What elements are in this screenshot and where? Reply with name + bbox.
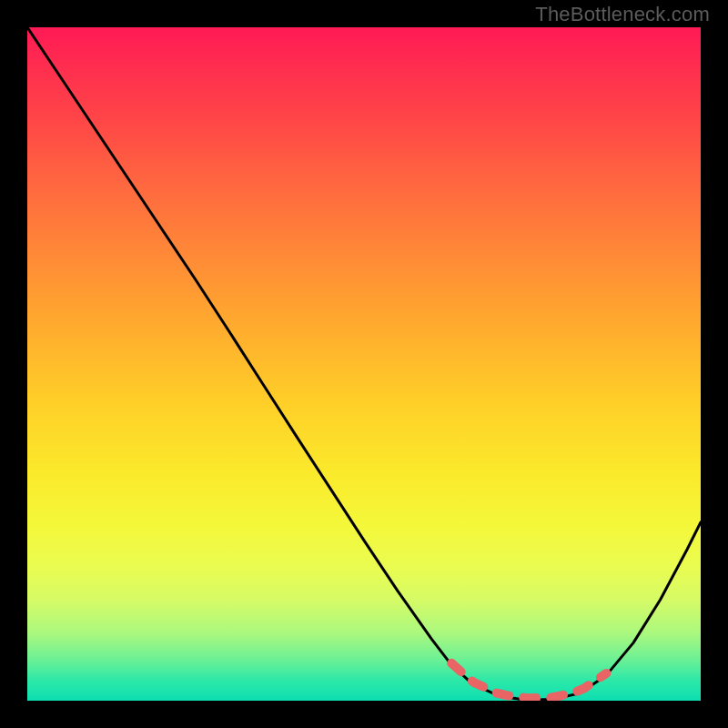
curve-svg (27, 27, 701, 701)
watermark-text: TheBottleneck.com (535, 3, 710, 26)
plot-area (27, 27, 701, 701)
chart-frame: TheBottleneck.com (0, 0, 728, 728)
bottleneck-curve-path (27, 27, 701, 700)
flat-region-dash (451, 663, 606, 698)
